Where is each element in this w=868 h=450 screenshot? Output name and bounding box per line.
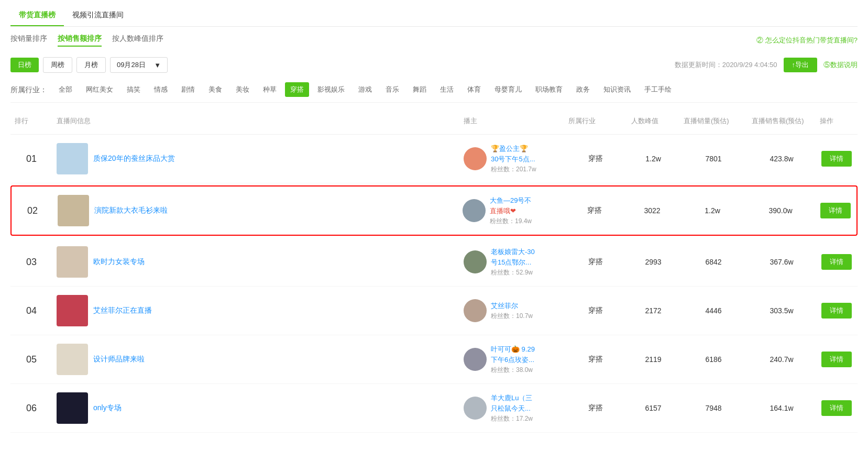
- date-select[interactable]: 09月28日 ▼: [110, 57, 168, 73]
- action-cell: 详情: [815, 200, 856, 222]
- host-info: 艾丝菲尔粉丝数：10.7w: [459, 296, 564, 325]
- sales-volume-cell: 4446: [679, 303, 748, 318]
- sort-by-sales-amount[interactable]: 按销售额排序: [58, 34, 102, 47]
- sales-amount-cell: 303.5w: [748, 303, 816, 318]
- tag-food[interactable]: 美食: [203, 82, 227, 97]
- sort-by-sales-volume[interactable]: 按销量排序: [10, 34, 47, 47]
- host-details: 艾丝菲尔粉丝数：10.7w: [491, 301, 533, 321]
- stream-title[interactable]: only专场: [93, 403, 122, 413]
- update-time: 数据更新时间：2020/9/29 4:04:50: [675, 60, 777, 70]
- sort-by-peak-users[interactable]: 按人数峰值排序: [112, 34, 163, 47]
- host-fans: 粉丝数：17.2w: [491, 414, 533, 423]
- tab-live-goods[interactable]: 带货直播榜: [10, 5, 64, 26]
- col-sales-volume: 直播销量(预估): [679, 113, 748, 129]
- day-btn[interactable]: 日榜: [10, 58, 39, 72]
- peak-users-cell: 2172: [627, 303, 679, 318]
- stream-thumbnail: [57, 143, 88, 174]
- host-name[interactable]: 大鱼—29号不: [490, 196, 532, 205]
- tag-dance[interactable]: 舞蹈: [408, 82, 432, 97]
- host-details: 🏆盈公主🏆30号下午5点...粉丝数：201.7w: [491, 144, 536, 174]
- tag-music[interactable]: 音乐: [380, 82, 404, 97]
- detail-btn[interactable]: 详情: [821, 352, 852, 367]
- month-btn[interactable]: 月榜: [76, 57, 106, 73]
- week-btn[interactable]: 周榜: [43, 57, 72, 73]
- detail-btn[interactable]: 详情: [820, 203, 851, 218]
- detail-btn[interactable]: 详情: [821, 254, 852, 270]
- industry-cell: 穿搭: [564, 151, 627, 167]
- rank-number: 02: [12, 202, 53, 219]
- top-tabs: 带货直播榜 视频引流直播间: [10, 0, 858, 27]
- sales-amount-cell: 390.0w: [746, 203, 815, 218]
- tag-news[interactable]: 知识资讯: [598, 82, 636, 97]
- data-explain[interactable]: ⑤数据说明: [823, 60, 858, 70]
- host-fans: 粉丝数：52.9w: [491, 268, 535, 277]
- detail-btn[interactable]: 详情: [821, 400, 852, 416]
- host-name-line2: 只松鼠今天...: [491, 404, 533, 413]
- host-name[interactable]: 老板娘雷大-30: [491, 247, 535, 257]
- col-rank: 排行: [10, 113, 52, 129]
- tag-fashion[interactable]: 穿搭: [285, 82, 309, 97]
- sales-volume-cell: 7801: [679, 151, 748, 166]
- host-avatar: [464, 250, 487, 273]
- tag-plant[interactable]: 种草: [258, 82, 282, 97]
- stream-info: 质保20年的蚕丝床品大赏: [52, 140, 459, 178]
- host-name[interactable]: 羊大鹿Lu（三: [491, 393, 533, 403]
- table-row: 01质保20年的蚕丝床品大赏🏆盈公主🏆30号下午5点...粉丝数：201.7w穿…: [10, 135, 858, 183]
- tab-live-video[interactable]: 视频引流直播间: [64, 5, 132, 26]
- stream-thumbnail: [57, 246, 88, 278]
- tag-politics[interactable]: 政务: [571, 82, 595, 97]
- host-name[interactable]: 叶可可🎃 9.29: [491, 345, 535, 354]
- host-details: 羊大鹿Lu（三只松鼠今天...粉丝数：17.2w: [491, 393, 533, 423]
- col-host: 播主: [459, 113, 564, 129]
- industry-cell: 穿搭: [564, 303, 627, 319]
- tag-sports[interactable]: 体育: [462, 82, 486, 97]
- tag-all[interactable]: 全部: [53, 82, 78, 97]
- host-name-line2: 30号下午5点...: [491, 155, 536, 164]
- tag-funny[interactable]: 搞笑: [122, 82, 146, 97]
- host-fans: 粉丝数：201.7w: [491, 165, 536, 174]
- tag-beauty[interactable]: 美妆: [230, 82, 255, 97]
- industry-tags: 全部 网红美女 搞笑 情感 剧情 美食 美妆 种草 穿搭 影视娱乐 游戏 音乐 …: [53, 82, 858, 97]
- host-fans: 粉丝数：19.4w: [490, 217, 532, 226]
- action-cell: 详情: [816, 348, 858, 370]
- stream-title[interactable]: 演院新款大衣毛衫来啦: [94, 206, 168, 215]
- sales-amount-cell: 240.7w: [748, 352, 816, 367]
- peak-users-cell: 2993: [627, 255, 679, 269]
- stream-info: 设计师品牌来啦: [52, 341, 459, 378]
- table-body: 01质保20年的蚕丝床品大赏🏆盈公主🏆30号下午5点...粉丝数：201.7w穿…: [10, 135, 858, 433]
- stream-info: 艾丝菲尔正在直播: [52, 292, 459, 330]
- date-value: 09月28日: [117, 60, 146, 70]
- table-row: 05设计师品牌来啦叶可可🎃 9.29下午6点玫姿...粉丝数：38.0w穿搭21…: [10, 335, 858, 384]
- stream-title[interactable]: 欧时力女装专场: [93, 257, 145, 267]
- sort-tabs-left: 按销量排序 按销售额排序 按人数峰值排序: [10, 34, 163, 47]
- table-row: 04艾丝菲尔正在直播艾丝菲尔粉丝数：10.7w穿搭21724446303.5w详…: [10, 287, 858, 335]
- stream-thumbnail: [57, 295, 88, 326]
- tag-drama[interactable]: 剧情: [176, 82, 200, 97]
- host-info: 羊大鹿Lu（三只松鼠今天...粉丝数：17.2w: [459, 390, 564, 426]
- stream-title[interactable]: 设计师品牌来啦: [93, 355, 145, 364]
- tag-education[interactable]: 职场教育: [530, 82, 568, 97]
- rank-number: 01: [10, 150, 52, 168]
- sales-amount-cell: 367.6w: [748, 255, 816, 269]
- tag-emotion[interactable]: 情感: [149, 82, 173, 97]
- tag-wanghong[interactable]: 网红美女: [81, 82, 118, 97]
- detail-btn[interactable]: 详情: [821, 151, 852, 167]
- action-cell: 详情: [816, 251, 858, 273]
- detail-btn[interactable]: 详情: [821, 303, 852, 319]
- host-name[interactable]: 🏆盈公主🏆: [491, 144, 536, 153]
- host-name-line2: 下午6点玫姿...: [491, 355, 535, 365]
- tag-entertainment[interactable]: 影视娱乐: [312, 82, 350, 97]
- export-btn[interactable]: ↑导出: [784, 58, 818, 72]
- stream-title[interactable]: 艾丝菲尔正在直播: [93, 306, 152, 315]
- tag-game[interactable]: 游戏: [353, 82, 377, 97]
- industry-cell: 穿搭: [564, 254, 627, 270]
- host-avatar: [463, 199, 486, 222]
- stream-title[interactable]: 质保20年的蚕丝床品大赏: [93, 154, 175, 163]
- tag-parenting[interactable]: 母婴育儿: [489, 82, 527, 97]
- tag-handcraft[interactable]: 手工手绘: [639, 82, 677, 97]
- tag-life[interactable]: 生活: [435, 82, 459, 97]
- host-info: 叶可可🎃 9.29下午6点玫姿...粉丝数：38.0w: [459, 342, 564, 378]
- help-link[interactable]: ② 怎么定位抖音热门带货直播间?: [756, 36, 858, 45]
- host-name[interactable]: 艾丝菲尔: [491, 301, 533, 311]
- host-info: 🏆盈公主🏆30号下午5点...粉丝数：201.7w: [459, 141, 564, 177]
